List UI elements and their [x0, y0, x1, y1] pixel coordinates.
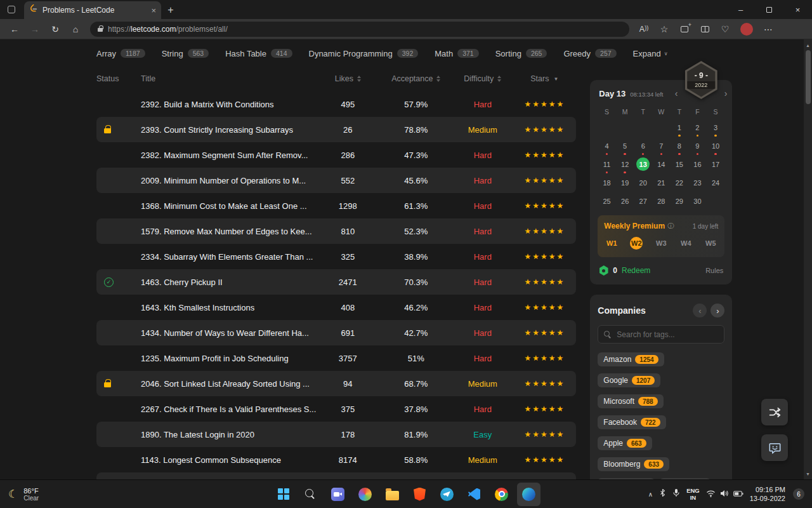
company-chip[interactable]: Google1207 [598, 373, 660, 387]
problem-row[interactable]: 2334. Subarray With Elements Greater Tha… [96, 244, 576, 269]
calendar-next-icon[interactable]: › [724, 88, 728, 98]
problem-row[interactable]: 1579. Remove Max Number of Edges to Kee.… [96, 218, 576, 244]
browser-tab[interactable]: Problems - LeetCode × [24, 1, 161, 19]
calendar-date[interactable]: 18 [600, 176, 613, 189]
calendar-date[interactable]: 25 [600, 194, 613, 208]
problem-title-link[interactable]: 1463. Cherry Pickup II [141, 277, 316, 287]
problem-row[interactable]: 1890. The Latest Login in 202017881.9%Ea… [96, 422, 576, 447]
calendar-date[interactable]: 2 [691, 121, 704, 134]
vscode-button[interactable] [462, 483, 486, 506]
premium-week[interactable]: W2 [630, 237, 643, 250]
problem-row[interactable]: 2267. Check if There Is a Valid Parenthe… [96, 396, 576, 422]
calendar-date[interactable]: 15 [672, 157, 686, 171]
problem-title-link[interactable]: 1368. Minimum Cost to Make at Least One … [141, 201, 316, 211]
calendar-date[interactable]: 13 [636, 157, 650, 171]
calendar-date[interactable]: 30 [691, 194, 704, 208]
pick-random-button[interactable] [761, 399, 788, 425]
calendar-date[interactable]: 28 [655, 194, 668, 208]
calendar-date[interactable]: 7 [655, 139, 668, 152]
calendar-date[interactable]: 6 [636, 139, 650, 152]
company-search-input[interactable] [617, 330, 718, 339]
scrollbar-thumb[interactable] [806, 50, 811, 104]
feedback-button[interactable] [761, 434, 788, 461]
calendar-date[interactable]: 3 [709, 121, 723, 134]
calendar-date[interactable]: 23 [691, 176, 704, 189]
microphone-icon[interactable] [672, 488, 680, 500]
companies-prev-button[interactable]: ‹ [693, 304, 707, 318]
refresh-button[interactable]: ↻ [46, 21, 65, 37]
address-bar[interactable]: https://leetcode.com/problemset/all/ [90, 22, 629, 37]
rules-link[interactable]: Rules [705, 267, 723, 274]
brave-button[interactable] [408, 483, 431, 506]
problem-title-link[interactable]: 1890. The Latest Login in 2020 [141, 430, 316, 439]
problem-title-link[interactable]: 1235. Maximum Profit in Job Scheduling [141, 354, 316, 363]
problem-title-link[interactable]: 2393. Count Strictly Increasing Subarray… [141, 125, 316, 135]
browser-essentials-icon[interactable]: ♡ [716, 21, 735, 37]
column-header-difficulty[interactable]: Difficulty [452, 74, 513, 83]
company-chip[interactable]: Microsoft788 [598, 394, 663, 408]
problem-row[interactable]: 2046. Sort Linked List Already Sorted Us… [96, 371, 576, 396]
tab-close-icon[interactable]: × [151, 6, 156, 15]
browser-button[interactable] [353, 483, 377, 506]
calendar-date[interactable]: 1 [672, 121, 686, 134]
calendar-date[interactable]: 27 [636, 194, 650, 208]
split-screen-icon[interactable] [695, 21, 714, 37]
company-search[interactable] [598, 325, 724, 344]
favorites-star-icon[interactable]: ☆ [655, 21, 674, 37]
read-aloud-icon[interactable]: A)) [634, 21, 653, 37]
problem-title-link[interactable]: 1579. Remove Max Number of Edges to Kee.… [141, 227, 316, 236]
notification-count-badge[interactable]: 6 [793, 488, 804, 500]
home-button[interactable]: ⌂ [66, 21, 85, 37]
calendar-prev-icon[interactable]: ‹ [675, 88, 678, 98]
problem-title-link[interactable]: 1143. Longest Common Subsequence [141, 455, 316, 465]
redeem-link[interactable]: Redeem [622, 266, 650, 275]
problem-title-link[interactable]: 2334. Subarray With Elements Greater Tha… [141, 252, 316, 262]
filter-tag[interactable]: String563 [162, 49, 209, 58]
taskbar-clock[interactable]: 09:16 PM 13-09-2022 [750, 485, 785, 504]
profile-avatar[interactable] [740, 23, 753, 36]
calendar-date[interactable]: 16 [691, 157, 704, 171]
column-header-likes[interactable]: Likes [316, 74, 379, 83]
problem-title-link[interactable]: 2392. Build a Matrix With Conditions [141, 100, 316, 109]
tray-expand-icon[interactable]: ∧ [648, 491, 653, 498]
calendar-date[interactable]: 4 [600, 139, 613, 152]
filter-tag[interactable]: Array1187 [96, 49, 145, 58]
company-chip[interactable]: Facebook722 [598, 415, 665, 429]
calendar-date[interactable]: 22 [672, 176, 686, 189]
problem-row[interactable]: 1643. Kth Smallest Instructions40846.2%H… [96, 295, 576, 320]
start-button[interactable] [272, 483, 295, 506]
problem-row[interactable]: 1463. Cherry Pickup II247170.3%Hard★★★★★ [96, 269, 576, 295]
premium-week[interactable]: W1 [605, 237, 618, 250]
edge-button[interactable] [517, 483, 540, 506]
calendar-date[interactable]: 8 [672, 139, 686, 152]
filter-tag[interactable]: Math371 [435, 49, 478, 58]
premium-week[interactable]: W3 [655, 237, 667, 250]
calendar-date[interactable]: 20 [636, 176, 650, 189]
problem-title-link[interactable]: 2009. Minimum Number of Operations to M.… [141, 176, 316, 185]
calendar-date[interactable]: 19 [619, 176, 632, 189]
calendar-date[interactable]: 12 [619, 157, 632, 171]
weather-widget[interactable]: ☾ 86°F Clear [0, 480, 47, 508]
company-chip[interactable]: Bloomberg633 [598, 457, 669, 471]
expand-tags-button[interactable]: Expand ∨ [633, 49, 668, 58]
scroll-down-icon[interactable]: ▼ [804, 469, 812, 478]
maximize-button[interactable] [755, 0, 783, 19]
calendar-date[interactable]: 14 [655, 157, 668, 171]
premium-week[interactable]: W5 [704, 237, 717, 250]
filter-tag[interactable]: Sorting265 [495, 49, 547, 58]
problem-row[interactable]: 2393. Count Strictly Increasing Subarray… [96, 117, 576, 142]
column-header-acceptance[interactable]: Acceptance [379, 74, 452, 83]
close-button[interactable]: × [783, 0, 812, 19]
problem-row[interactable]: 2392. Build a Matrix With Conditions4955… [96, 91, 576, 117]
chrome-button[interactable] [490, 483, 513, 506]
premium-week[interactable]: W4 [679, 237, 692, 250]
calendar-date[interactable]: 21 [655, 176, 668, 189]
minimize-button[interactable]: – [726, 0, 755, 19]
problem-title-link[interactable]: 1643. Kth Smallest Instructions [141, 303, 316, 312]
new-tab-button[interactable]: + [161, 1, 180, 19]
collections-icon[interactable] [675, 21, 694, 37]
problem-title-link[interactable]: 2382. Maximum Segment Sum After Remov... [141, 150, 316, 160]
problem-row[interactable]: 2009. Minimum Number of Operations to M.… [96, 168, 576, 193]
calendar-date[interactable]: 11 [600, 157, 613, 171]
forward-button[interactable]: → [25, 21, 44, 37]
